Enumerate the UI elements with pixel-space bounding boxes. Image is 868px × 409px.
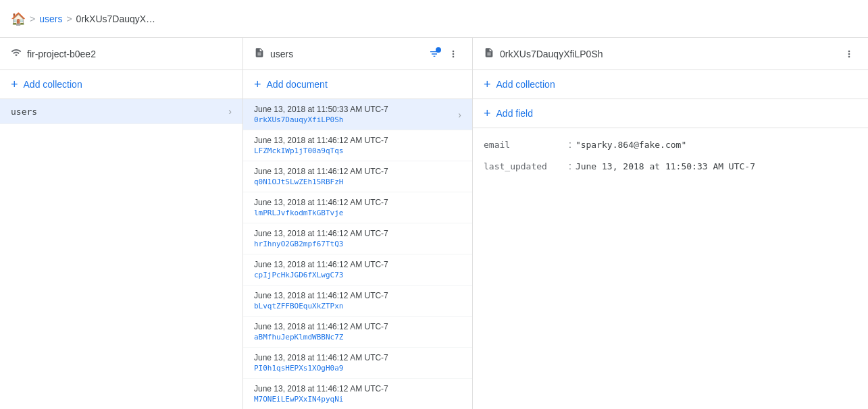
- breadcrumb-separator-1: >: [30, 13, 35, 24]
- more-options-right-btn[interactable]: [841, 46, 857, 62]
- doc-id: 0rkXUs7DauqyXfiLP0Sh: [254, 115, 453, 124]
- doc-list-item[interactable]: June 13, 2018 at 11:46:12 AM UTC-7M7ONEi…: [243, 379, 472, 409]
- filter-badge: [436, 47, 441, 53]
- doc-list-item[interactable]: June 13, 2018 at 11:46:12 AM UTC-7hrIhny…: [243, 223, 472, 254]
- doc-id: aBMfhuJepKlmdWBBNc7Z: [254, 333, 461, 342]
- document-list: June 13, 2018 at 11:50:33 AM UTC-70rkXUs…: [243, 99, 472, 409]
- doc-chevron-icon: ›: [458, 109, 461, 120]
- doc-item-content: June 13, 2018 at 11:46:12 AM UTC-7M7ONEi…: [254, 384, 461, 404]
- doc-timestamp: June 13, 2018 at 11:46:12 AM UTC-7: [254, 198, 461, 207]
- doc-id: M7ONEiLEwPXxIN4pyqNi: [254, 395, 461, 404]
- panel-right-header: 0rkXUs7DauqyXfiLP0Sh: [473, 38, 868, 70]
- doc-id: q0N1OJtSLwZEh15RBFzH: [254, 178, 461, 186]
- field-value: "sparky.864@fake.com": [576, 140, 686, 150]
- add-document-label: Add document: [267, 79, 328, 90]
- field-row: email:"sparky.864@fake.com": [484, 139, 857, 150]
- doc-item-content: June 13, 2018 at 11:50:33 AM UTC-70rkXUs…: [254, 105, 453, 124]
- right-header-actions: [841, 46, 857, 62]
- doc-item-content: June 13, 2018 at 11:46:12 AM UTC-7lmPRLJ…: [254, 198, 461, 217]
- doc-item-content: June 13, 2018 at 11:46:12 AM UTC-7cpIjPc…: [254, 260, 461, 279]
- doc-item-content: June 13, 2018 at 11:46:12 AM UTC-7hrIhny…: [254, 229, 461, 248]
- plus-icon-right-field: +: [484, 107, 491, 119]
- breadcrumb-separator-2: >: [66, 13, 72, 24]
- collection-icon: [254, 47, 265, 61]
- doc-item-content: June 13, 2018 at 11:46:12 AM UTC-7aBMfhu…: [254, 322, 461, 342]
- add-document-btn[interactable]: + Add document: [243, 70, 472, 99]
- doc-id: lmPRLJvfkodmTkGBTvje: [254, 209, 461, 217]
- add-collection-right-btn[interactable]: + Add collection: [473, 70, 868, 99]
- doc-list-item[interactable]: June 13, 2018 at 11:46:12 AM UTC-7q0N1OJ…: [243, 161, 472, 192]
- doc-list-item[interactable]: June 13, 2018 at 11:46:12 AM UTC-7PI0h1q…: [243, 348, 472, 379]
- doc-item-content: June 13, 2018 at 11:46:12 AM UTC-7q0N1OJ…: [254, 167, 461, 186]
- doc-list-item[interactable]: June 13, 2018 at 11:46:12 AM UTC-7aBMfhu…: [243, 317, 472, 348]
- plus-icon-left: +: [11, 78, 18, 90]
- doc-list-item[interactable]: June 13, 2018 at 11:46:12 AM UTC-7LFZMck…: [243, 130, 472, 161]
- add-field-btn[interactable]: + Add field: [473, 99, 868, 128]
- field-key: last_updated: [484, 161, 565, 171]
- more-options-middle-btn[interactable]: [445, 46, 461, 62]
- doc-timestamp: June 13, 2018 at 11:46:12 AM UTC-7: [254, 229, 461, 238]
- panel-left-header: fir-project-b0ee2: [0, 38, 242, 70]
- doc-list-item[interactable]: June 13, 2018 at 11:46:12 AM UTC-7lmPRLJ…: [243, 192, 472, 223]
- add-collection-left-label: Add collection: [24, 79, 82, 90]
- doc-list-item[interactable]: June 13, 2018 at 11:46:12 AM UTC-7bLvqtZ…: [243, 285, 472, 317]
- breadcrumb-users[interactable]: users: [39, 13, 62, 24]
- panel-left: fir-project-b0ee2 + Add collection users…: [0, 38, 243, 409]
- field-key: email: [484, 140, 565, 150]
- collection-title: users: [270, 49, 426, 59]
- add-collection-right-label: Add collection: [496, 79, 555, 90]
- project-title: fir-project-b0ee2: [27, 49, 232, 59]
- chevron-right-icon: ›: [228, 106, 232, 117]
- breadcrumb-doc-id: 0rkXUs7DauqyX…: [76, 13, 156, 24]
- plus-icon-middle: +: [254, 78, 261, 90]
- filter-btn[interactable]: [426, 46, 442, 62]
- doc-timestamp: June 13, 2018 at 11:50:33 AM UTC-7: [254, 105, 453, 114]
- plus-icon-right-collection: +: [484, 78, 491, 90]
- doc-timestamp: June 13, 2018 at 11:46:12 AM UTC-7: [254, 353, 461, 362]
- doc-timestamp: June 13, 2018 at 11:46:12 AM UTC-7: [254, 260, 461, 269]
- doc-id: bLvqtZFFBOEquXkZTPxn: [254, 302, 461, 310]
- doc-item-content: June 13, 2018 at 11:46:12 AM UTC-7bLvqtZ…: [254, 291, 461, 310]
- collection-name: users: [11, 107, 228, 117]
- document-icon-right: [484, 47, 494, 61]
- panel-middle-header: users: [243, 38, 472, 70]
- home-icon[interactable]: 🏠: [11, 11, 26, 26]
- field-separator: :: [569, 139, 571, 150]
- doc-item-content: June 13, 2018 at 11:46:12 AM UTC-7PI0h1q…: [254, 353, 461, 373]
- doc-id: cpIjPcHkJGD6fXLwgC73: [254, 271, 461, 279]
- doc-timestamp: June 13, 2018 at 11:46:12 AM UTC-7: [254, 384, 461, 393]
- add-field-label: Add field: [496, 108, 533, 119]
- main-layout: fir-project-b0ee2 + Add collection users…: [0, 38, 868, 409]
- document-detail: email:"sparky.864@fake.com"last_updated:…: [473, 128, 868, 409]
- doc-timestamp: June 13, 2018 at 11:46:12 AM UTC-7: [254, 136, 461, 145]
- field-value: June 13, 2018 at 11:50:33 AM UTC-7: [576, 161, 755, 171]
- collection-users-item[interactable]: users ›: [0, 99, 242, 124]
- wifi-icon: [11, 47, 22, 61]
- add-collection-left-btn[interactable]: + Add collection: [0, 70, 242, 99]
- doc-id: LFZMckIWp1jT00a9qTqs: [254, 146, 461, 155]
- doc-timestamp: June 13, 2018 at 11:46:12 AM UTC-7: [254, 291, 461, 300]
- filter-icon-wrapper: [429, 49, 440, 59]
- middle-header-actions: [426, 46, 461, 62]
- panel-right: 0rkXUs7DauqyXfiLP0Sh + Add collection + …: [473, 38, 868, 409]
- doc-list-item[interactable]: June 13, 2018 at 11:46:12 AM UTC-7cpIjPc…: [243, 254, 472, 285]
- field-separator: :: [569, 161, 571, 171]
- breadcrumb-bar: 🏠 > users > 0rkXUs7DauqyX…: [0, 0, 868, 38]
- doc-timestamp: June 13, 2018 at 11:46:12 AM UTC-7: [254, 167, 461, 176]
- document-title: 0rkXUs7DauqyXfiLP0Sh: [500, 49, 841, 59]
- doc-id: hrIhnyO2GB2mpf67TtQ3: [254, 240, 461, 248]
- doc-id: PI0h1qsHEPXs1XOgH0a9: [254, 364, 461, 373]
- doc-list-item[interactable]: June 13, 2018 at 11:50:33 AM UTC-70rkXUs…: [243, 99, 472, 130]
- panel-middle: users + Add docum: [243, 38, 473, 409]
- doc-timestamp: June 13, 2018 at 11:46:12 AM UTC-7: [254, 322, 461, 331]
- field-row: last_updated:June 13, 2018 at 11:50:33 A…: [484, 161, 857, 171]
- doc-item-content: June 13, 2018 at 11:46:12 AM UTC-7LFZMck…: [254, 136, 461, 155]
